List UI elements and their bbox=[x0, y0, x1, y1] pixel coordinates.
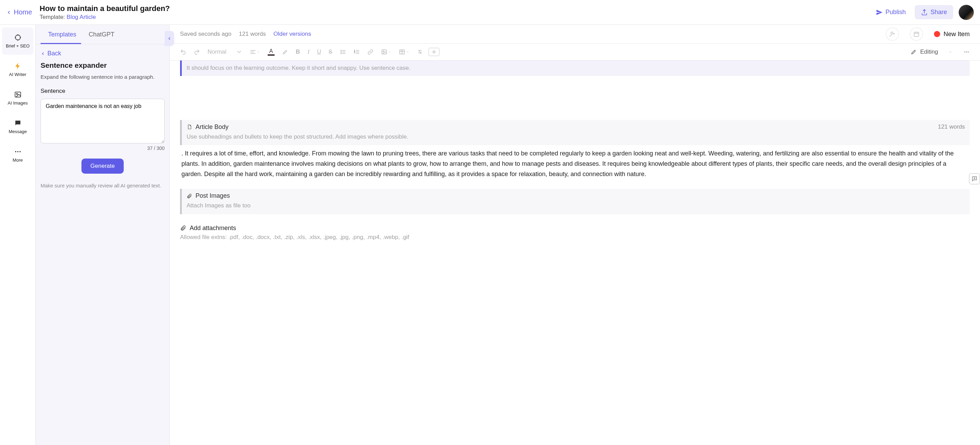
link-button[interactable] bbox=[365, 48, 375, 56]
rail-item-images[interactable]: AI Images bbox=[2, 85, 33, 112]
saved-status: Saved seconds ago bbox=[180, 30, 231, 37]
home-link[interactable]: Home bbox=[6, 8, 32, 16]
rail-label: AI Writer bbox=[9, 72, 26, 77]
target-icon bbox=[14, 34, 22, 41]
insert-button[interactable] bbox=[428, 48, 439, 56]
strike-button[interactable]: S bbox=[326, 48, 334, 56]
number-list-button[interactable]: 12 bbox=[352, 48, 362, 56]
publish-label: Publish bbox=[886, 9, 906, 16]
older-versions-link[interactable]: Older versions bbox=[274, 30, 311, 37]
add-assignee-button[interactable] bbox=[886, 27, 899, 41]
redo-button[interactable] bbox=[192, 48, 202, 56]
overflow-button[interactable] bbox=[961, 48, 972, 56]
generate-button[interactable]: Generate bbox=[81, 158, 124, 174]
align-button[interactable] bbox=[248, 48, 262, 56]
user-plus-icon bbox=[889, 31, 896, 37]
tab-templates[interactable]: Templates bbox=[41, 25, 81, 44]
ellipsis-icon bbox=[14, 148, 22, 155]
char-counter: 37 / 300 bbox=[147, 145, 165, 151]
chevron-down-icon bbox=[388, 49, 391, 55]
paperclip-icon bbox=[180, 225, 186, 231]
template-link[interactable]: Blog Article bbox=[67, 14, 96, 20]
svg-rect-36 bbox=[382, 50, 387, 54]
attach-label: Add attachments bbox=[190, 225, 236, 232]
chevron-down-icon bbox=[257, 49, 260, 55]
table-icon bbox=[399, 49, 405, 55]
ellipsis-icon bbox=[964, 49, 970, 55]
share-label: Share bbox=[931, 9, 947, 16]
images-heading-row: Post Images bbox=[186, 192, 965, 199]
bullet-list-button[interactable] bbox=[338, 48, 348, 56]
status-row: Saved seconds ago 121 words Older versio… bbox=[170, 25, 980, 43]
schedule-button[interactable] bbox=[910, 27, 923, 41]
calendar-icon bbox=[913, 31, 920, 37]
undo-icon bbox=[180, 49, 186, 55]
chevron-down-icon bbox=[948, 49, 953, 55]
document-area[interactable]: It should focus on the learning outcome.… bbox=[170, 61, 980, 445]
new-item-status[interactable]: New Item bbox=[934, 30, 970, 38]
underline-button[interactable]: U bbox=[315, 48, 323, 56]
template-line: Template: Blog Article bbox=[40, 14, 170, 21]
italic-button[interactable]: I bbox=[305, 47, 312, 57]
status-dot-icon bbox=[934, 31, 940, 37]
images-hint: Attach Images as file too bbox=[186, 201, 965, 210]
undo-button[interactable] bbox=[178, 48, 188, 56]
table-button[interactable] bbox=[397, 48, 411, 56]
panel-body: Back Sentence expander Expand the follow… bbox=[36, 45, 169, 189]
add-attachments-button[interactable]: Add attachments bbox=[180, 225, 970, 232]
image-button[interactable] bbox=[379, 48, 393, 56]
page-title: How to maintain a beautiful garden? bbox=[40, 4, 170, 13]
paragraph-style-select[interactable]: Normal bbox=[205, 47, 244, 57]
body-hint: Use subheadings and bullets to keep the … bbox=[186, 133, 965, 141]
editing-mode-select[interactable]: Editing bbox=[908, 47, 955, 57]
body-heading-row: Article Body 121 words bbox=[186, 123, 965, 131]
rail-label: Message bbox=[9, 129, 27, 134]
underline-icon: U bbox=[317, 49, 321, 55]
clear-format-button[interactable] bbox=[415, 48, 425, 56]
add-comment-button[interactable] bbox=[969, 173, 980, 184]
share-button[interactable]: Share bbox=[915, 5, 953, 19]
tab-chatgpt[interactable]: ChatGPT bbox=[81, 25, 119, 44]
body-heading: Article Body bbox=[196, 123, 229, 131]
icon-rail: Brief + SEO AI Writer AI Images Message … bbox=[0, 25, 36, 445]
bold-button[interactable]: B bbox=[294, 47, 302, 57]
bolt-icon bbox=[14, 62, 22, 70]
rail-item-writer[interactable]: AI Writer bbox=[2, 56, 33, 83]
body-section-callout: Article Body 121 words Use subheadings a… bbox=[180, 120, 970, 145]
svg-point-44 bbox=[966, 52, 967, 53]
rail-label: More bbox=[13, 158, 23, 163]
field-label: Sentence bbox=[41, 88, 165, 94]
paragraph-style-label: Normal bbox=[208, 48, 226, 55]
pencil-icon bbox=[911, 49, 917, 55]
new-item-label: New Item bbox=[943, 30, 970, 38]
highlight-button[interactable] bbox=[280, 48, 290, 56]
sentence-input[interactable] bbox=[41, 99, 165, 144]
svg-point-10 bbox=[19, 151, 21, 152]
title-hint: It should focus on the learning outcome.… bbox=[186, 64, 965, 73]
avatar[interactable] bbox=[959, 5, 974, 20]
back-label: Back bbox=[48, 50, 61, 57]
upload-icon bbox=[921, 9, 928, 16]
rail-item-more[interactable]: More bbox=[2, 142, 33, 169]
attach-hint: Allowed file extns: .pdf, .doc, .docx, .… bbox=[180, 234, 970, 241]
rail-label: Brief + SEO bbox=[6, 43, 30, 48]
svg-point-37 bbox=[383, 51, 384, 52]
rail-item-message[interactable]: Message bbox=[2, 113, 33, 140]
article-body-text[interactable]: . It requires a lot of time, effort, and… bbox=[180, 145, 970, 179]
svg-point-15 bbox=[891, 32, 893, 34]
chevron-down-icon bbox=[406, 49, 409, 55]
doc-icon bbox=[186, 124, 192, 130]
svg-point-8 bbox=[15, 151, 16, 152]
back-button[interactable]: Back bbox=[41, 50, 165, 57]
svg-point-25 bbox=[341, 50, 342, 51]
publish-button[interactable]: Publish bbox=[870, 5, 912, 19]
chat-icon bbox=[14, 119, 22, 127]
rail-item-brief[interactable]: Brief + SEO bbox=[2, 27, 33, 55]
left-panel: Templates ChatGPT Back Sentence expander… bbox=[36, 25, 170, 445]
images-heading: Post Images bbox=[196, 192, 230, 199]
word-count: 121 words bbox=[239, 30, 266, 37]
svg-point-7 bbox=[16, 93, 18, 94]
comment-plus-icon bbox=[971, 176, 978, 182]
title-block: How to maintain a beautiful garden? Temp… bbox=[40, 4, 170, 21]
font-color-button[interactable]: A bbox=[266, 47, 277, 57]
